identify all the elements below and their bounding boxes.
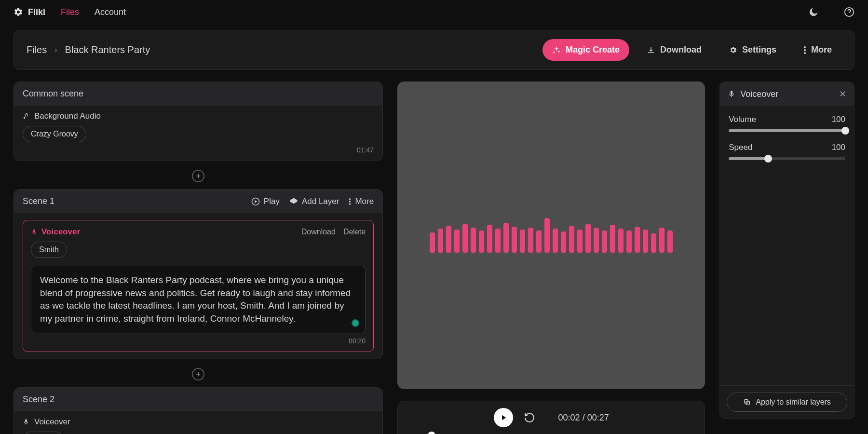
breadcrumb-current: Black Ranters Party: [65, 44, 150, 55]
script-text: Welcome to the Black Ranters Party podca…: [40, 275, 351, 324]
add-scene-button[interactable]: +: [192, 368, 204, 380]
scene-more-label: More: [355, 197, 374, 206]
title-bar: Files › Black Ranters Party Magic Create…: [14, 30, 854, 70]
svg-point-6: [349, 201, 351, 202]
nav-account[interactable]: Account: [95, 7, 126, 17]
magic-create-label: Magic Create: [566, 45, 620, 55]
apply-similar-button[interactable]: Apply to similar layers: [727, 393, 847, 412]
waveform: [430, 218, 673, 253]
volume-slider[interactable]: [729, 129, 845, 132]
layers-icon: [289, 197, 298, 206]
sparkle-icon: [552, 46, 561, 54]
scene-more-button[interactable]: More: [349, 197, 374, 206]
brand[interactable]: Fliki: [14, 7, 45, 17]
play-icon: [499, 413, 508, 422]
common-scene-duration: 01:47: [23, 146, 374, 154]
dots-vertical-icon: [349, 198, 351, 205]
volume-value: 100: [832, 115, 845, 124]
settings-label: Settings: [742, 45, 776, 55]
nav-files[interactable]: Files: [61, 7, 79, 17]
music-note-icon: [23, 113, 29, 120]
mic-icon: [728, 90, 735, 98]
preview-canvas: [397, 81, 705, 389]
svg-point-7: [349, 203, 351, 204]
scene-1-title: Scene 1: [23, 196, 54, 206]
dots-vertical-icon: [803, 46, 806, 54]
voiceover-row[interactable]: Voiceover: [23, 417, 374, 427]
help-icon[interactable]: [844, 7, 854, 17]
brand-label: Fliki: [28, 7, 45, 17]
script-textarea[interactable]: Welcome to the Black Ranters Party podca…: [31, 266, 366, 333]
scene-play-button[interactable]: Play: [251, 197, 280, 206]
voiceover-panel: Voiceover ✕ Volume 100 Speed 100: [719, 81, 854, 419]
more-button[interactable]: More: [794, 39, 841, 61]
scene-1-card: Scene 1 Play Add Layer More: [14, 189, 383, 359]
moon-icon[interactable]: [808, 7, 819, 17]
background-audio-row[interactable]: Background Audio: [23, 111, 374, 121]
common-scene-card: Common scene Background Audio Crazy Groo…: [14, 81, 383, 161]
voiceover-block[interactable]: Voiceover Download Delete Smith Welcome …: [23, 220, 374, 352]
panel-title: Voiceover: [740, 89, 778, 99]
seek-thumb[interactable]: [428, 432, 435, 434]
grammarly-icon: [352, 319, 359, 327]
audio-track-chip[interactable]: Crazy Groovy: [23, 126, 86, 142]
copy-icon: [743, 398, 751, 406]
play-button[interactable]: [494, 408, 513, 427]
more-label: More: [811, 45, 832, 55]
scene-2-title: Scene 2: [14, 388, 382, 411]
scene-play-label: Play: [264, 197, 280, 206]
download-label: Download: [660, 45, 702, 55]
settings-button[interactable]: Settings: [719, 39, 786, 61]
scene-2-card: Scene 2 Voiceover Connor What's up, kids…: [14, 387, 383, 434]
breadcrumb-root[interactable]: Files: [27, 44, 47, 55]
replay-icon[interactable]: [524, 412, 535, 423]
common-scene-title: Common scene: [14, 82, 382, 106]
apply-similar-label: Apply to similar layers: [756, 398, 831, 407]
svg-point-5: [349, 198, 351, 200]
magic-create-button[interactable]: Magic Create: [542, 39, 629, 61]
play-circle-icon: [251, 197, 260, 206]
download-icon: [647, 46, 655, 54]
player: 00:02 / 00:27: [397, 401, 705, 434]
voice-chip[interactable]: Connor: [23, 432, 64, 434]
chevron-right-icon: ›: [54, 46, 57, 54]
voiceover-download-link[interactable]: Download: [301, 228, 336, 236]
add-layer-button[interactable]: Add Layer: [289, 197, 339, 206]
svg-point-1: [804, 46, 806, 48]
volume-label: Volume: [729, 115, 756, 124]
time-display: 00:02 / 00:27: [558, 413, 609, 423]
download-button[interactable]: Download: [637, 39, 711, 61]
gear-icon: [729, 46, 737, 54]
add-layer-label: Add Layer: [302, 197, 339, 206]
speed-value: 100: [832, 143, 845, 152]
add-scene-button[interactable]: +: [192, 170, 204, 182]
speed-label: Speed: [729, 143, 752, 152]
voiceover-delete-link[interactable]: Delete: [343, 228, 366, 236]
svg-point-3: [804, 52, 806, 54]
mic-icon: [23, 419, 29, 425]
voiceover-title: Voiceover: [31, 227, 80, 237]
svg-point-2: [804, 49, 806, 51]
mic-icon: [31, 229, 38, 235]
voice-chip[interactable]: Smith: [31, 242, 67, 258]
scene1-duration: 00:20: [31, 337, 366, 345]
gear-icon: [14, 7, 23, 17]
voiceover-label: Voiceover: [34, 417, 70, 427]
background-audio-label: Background Audio: [34, 111, 101, 121]
close-icon[interactable]: ✕: [839, 89, 846, 99]
speed-slider[interactable]: [729, 157, 845, 160]
